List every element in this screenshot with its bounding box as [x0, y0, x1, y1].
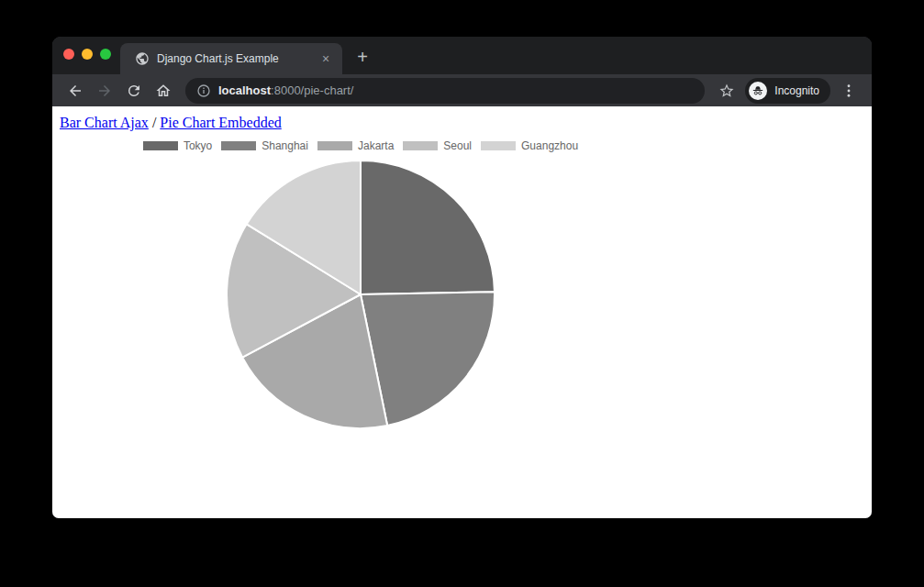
- breadcrumb: Bar Chart Ajax / Pie Chart Embedded: [60, 115, 872, 131]
- window-controls: [63, 49, 111, 60]
- legend-item-guangzhou[interactable]: Guangzhou: [481, 139, 578, 152]
- pie-chart[interactable]: [225, 159, 496, 430]
- reload-icon: [126, 83, 142, 99]
- legend-label: Shanghai: [262, 139, 308, 152]
- legend-label: Guangzhou: [521, 139, 578, 152]
- url-host: localhost: [218, 83, 271, 97]
- address-bar[interactable]: localhost:8000/pie-chart/: [185, 78, 705, 104]
- legend-item-tokyo[interactable]: Tokyo: [143, 139, 212, 152]
- browser-window: Django Chart.js Example × +: [52, 37, 872, 518]
- star-icon: [718, 83, 735, 99]
- tab-title: Django Chart.js Example: [157, 52, 311, 65]
- tab-close-icon[interactable]: ×: [318, 51, 333, 66]
- site-info-icon[interactable]: [196, 83, 211, 98]
- legend-item-jakarta[interactable]: Jakarta: [317, 139, 394, 152]
- window-close-button[interactable]: [63, 49, 74, 60]
- menu-button[interactable]: [837, 79, 861, 103]
- reload-button[interactable]: [122, 79, 146, 103]
- back-button[interactable]: [63, 79, 87, 103]
- forward-arrow-icon: [96, 83, 113, 99]
- desktop-background: Django Chart.js Example × +: [0, 0, 924, 587]
- legend-swatch: [481, 141, 516, 150]
- legend-swatch: [221, 141, 256, 150]
- bookmark-star-button[interactable]: [715, 79, 739, 103]
- page-content: Bar Chart Ajax / Pie Chart Embedded Toky…: [52, 106, 872, 518]
- tab-active[interactable]: Django Chart.js Example ×: [120, 43, 342, 74]
- new-tab-button[interactable]: +: [351, 47, 373, 69]
- home-icon: [155, 83, 172, 99]
- link-pie-chart-embedded[interactable]: Pie Chart Embedded: [160, 115, 281, 130]
- legend-swatch: [403, 141, 438, 150]
- incognito-spy-icon: [749, 82, 767, 100]
- legend-swatch: [143, 141, 178, 150]
- chart-legend: TokyoShanghaiJakartaSeoulGuangzhou: [52, 139, 669, 152]
- window-minimize-button[interactable]: [82, 49, 93, 60]
- kebab-menu-icon: [841, 83, 857, 99]
- tab-strip: Django Chart.js Example × +: [52, 37, 872, 74]
- forward-button[interactable]: [93, 79, 117, 103]
- legend-label: Jakarta: [358, 139, 394, 152]
- pie-slice-tokyo[interactable]: [361, 161, 495, 294]
- incognito-label: Incognito: [774, 84, 819, 97]
- incognito-badge: Incognito: [745, 78, 830, 104]
- window-zoom-button[interactable]: [100, 49, 111, 60]
- legend-item-seoul[interactable]: Seoul: [403, 139, 472, 152]
- url-text: localhost:8000/pie-chart/: [218, 83, 353, 97]
- legend-swatch: [317, 141, 352, 150]
- link-bar-chart-ajax[interactable]: Bar Chart Ajax: [60, 115, 149, 130]
- back-arrow-icon: [67, 83, 83, 99]
- legend-item-shanghai[interactable]: Shanghai: [221, 139, 308, 152]
- browser-toolbar: localhost:8000/pie-chart/ Incognito: [52, 74, 872, 106]
- link-separator: /: [149, 115, 160, 130]
- chart-area: TokyoShanghaiJakartaSeoulGuangzhou: [52, 139, 669, 430]
- home-button[interactable]: [151, 79, 175, 103]
- legend-label: Tokyo: [184, 139, 212, 152]
- legend-label: Seoul: [443, 139, 472, 152]
- globe-favicon-icon: [135, 51, 150, 66]
- url-path: :8000/pie-chart/: [271, 83, 353, 97]
